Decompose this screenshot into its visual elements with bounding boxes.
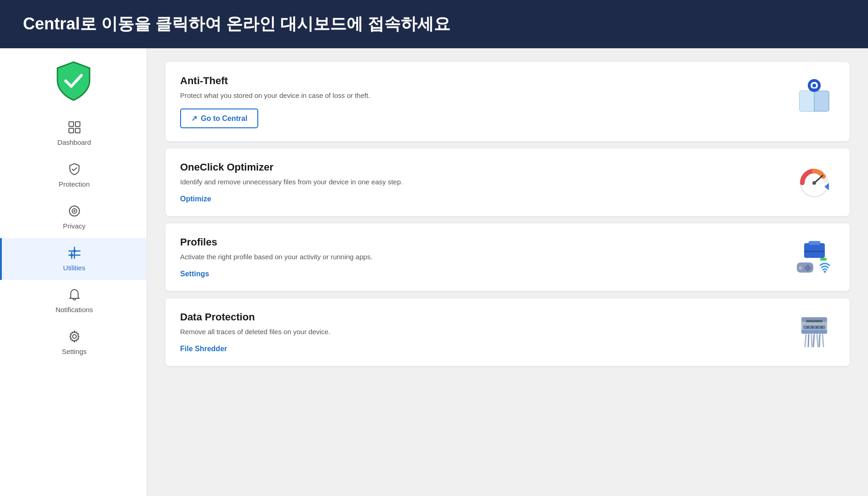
svg-line-54 — [819, 335, 820, 347]
svg-line-55 — [823, 335, 823, 347]
data-protection-desc: Remove all traces of deleted files on yo… — [180, 327, 784, 336]
sidebar-item-privacy[interactable]: Privacy — [0, 196, 147, 238]
optimize-link[interactable]: Optimize — [180, 195, 211, 203]
sidebar: Dashboard Protection — [0, 48, 147, 496]
svg-rect-2 — [69, 128, 74, 133]
profiles-title: Profiles — [180, 236, 784, 248]
sidebar-item-settings[interactable]: Settings — [0, 322, 147, 364]
top-banner: Central로 이동을 클릭하여 온라인 대시보드에 접속하세요 — [0, 0, 868, 48]
anti-theft-card: Anti-Theft Protect what you stored on yo… — [165, 62, 850, 141]
svg-rect-56 — [801, 330, 827, 334]
data-protection-content: Data Protection Remove all traces of del… — [180, 311, 784, 353]
app-logo — [51, 57, 96, 103]
notifications-icon — [68, 288, 81, 303]
svg-point-27 — [812, 181, 816, 185]
svg-point-46 — [811, 326, 814, 329]
sidebar-item-dashboard[interactable]: Dashboard — [0, 113, 147, 154]
anti-theft-desc: Protect what you stored on your device i… — [180, 91, 784, 100]
optimizer-card: OneClick Optimizer Identify and remove u… — [165, 148, 850, 216]
sidebar-nav: Dashboard Protection — [0, 113, 147, 364]
content-area: Anti-Theft Protect what you stored on yo… — [147, 48, 868, 496]
profiles-desc: Activate the right profile based on your… — [180, 252, 784, 262]
svg-rect-20 — [800, 91, 814, 111]
sidebar-item-protection[interactable]: Protection — [0, 154, 147, 196]
optimizer-title: OneClick Optimizer — [180, 161, 784, 173]
data-protection-icon — [794, 311, 835, 353]
external-link-icon: ↗ — [191, 114, 197, 123]
privacy-label: Privacy — [63, 222, 85, 230]
svg-point-36 — [806, 268, 809, 271]
profiles-content: Profiles Activate the right profile base… — [180, 236, 784, 278]
svg-rect-31 — [804, 251, 825, 252]
anti-theft-title: Anti-Theft — [180, 75, 784, 87]
protection-icon — [68, 163, 81, 177]
svg-point-24 — [812, 84, 816, 87]
profiles-settings-link[interactable]: Settings — [180, 270, 209, 278]
svg-point-6 — [74, 210, 75, 212]
svg-rect-40 — [820, 258, 827, 261]
utilities-label: Utilities — [63, 264, 85, 272]
main-container: Dashboard Protection — [0, 48, 868, 496]
data-protection-card: Data Protection Remove all traces of del… — [165, 298, 850, 366]
svg-line-53 — [817, 335, 818, 347]
anti-theft-icon — [794, 75, 835, 116]
svg-point-45 — [807, 326, 809, 329]
svg-point-47 — [816, 326, 818, 329]
sidebar-item-utilities[interactable]: Utilities — [0, 238, 147, 280]
svg-rect-1 — [75, 122, 80, 126]
svg-point-18 — [73, 335, 76, 338]
dashboard-icon — [68, 121, 81, 136]
svg-line-49 — [805, 335, 806, 347]
svg-line-52 — [813, 335, 814, 347]
optimizer-desc: Identify and remove unnecessary files fr… — [180, 177, 784, 187]
file-shredder-link[interactable]: File Shredder — [180, 345, 227, 353]
privacy-icon — [68, 205, 81, 219]
optimizer-content: OneClick Optimizer Identify and remove u… — [180, 161, 784, 203]
profiles-card: Profiles Activate the right profile base… — [165, 223, 850, 291]
svg-rect-30 — [809, 241, 820, 245]
banner-text: Central로 이동을 클릭하여 온라인 대시보드에 접속하세요 — [23, 14, 450, 33]
svg-rect-0 — [69, 122, 74, 126]
svg-line-51 — [811, 335, 812, 347]
settings-label: Settings — [62, 348, 86, 355]
data-protection-title: Data Protection — [180, 311, 784, 323]
protection-label: Protection — [59, 180, 90, 188]
notifications-label: Notifications — [56, 306, 93, 314]
settings-icon — [68, 330, 81, 345]
go-to-central-button[interactable]: ↗ Go to Central — [180, 108, 258, 128]
profiles-icon — [794, 236, 835, 278]
svg-line-50 — [808, 335, 809, 347]
svg-rect-3 — [75, 128, 80, 133]
svg-point-39 — [823, 271, 826, 273]
svg-point-48 — [821, 326, 823, 329]
anti-theft-content: Anti-Theft Protect what you stored on yo… — [180, 75, 784, 128]
dashboard-label: Dashboard — [57, 138, 91, 146]
optimizer-icon — [794, 161, 835, 203]
svg-rect-38 — [799, 267, 802, 269]
sidebar-item-notifications[interactable]: Notifications — [0, 280, 147, 322]
utilities-icon — [68, 246, 81, 261]
svg-rect-43 — [806, 320, 823, 322]
go-to-central-label: Go to Central — [201, 114, 247, 123]
